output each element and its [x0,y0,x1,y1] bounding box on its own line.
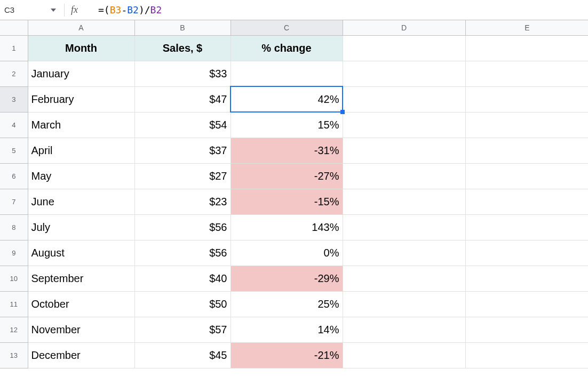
formula-input[interactable]: =(B3-B2)/B2 [85,4,588,15]
cell-b5[interactable]: $37 [134,138,231,163]
col-header-c[interactable]: C [231,20,343,35]
col-header-e[interactable]: E [465,20,588,35]
row-header-4[interactable]: 4 [0,112,28,138]
cell-d3[interactable] [343,86,465,112]
cell-a3[interactable]: February [28,86,134,112]
row-header-7[interactable]: 7 [0,189,28,214]
cell-c12[interactable]: 14% [231,317,343,342]
formula-token-ref-b2b: B2 [150,4,162,15]
cell-d2[interactable] [343,61,465,86]
row-1: 1 Month Sales, $ % change [0,35,588,61]
cell-d1[interactable] [343,35,465,61]
select-all-corner[interactable] [0,20,28,35]
fx-label[interactable]: fx [69,4,85,15]
cell-c10[interactable]: -29% [231,266,343,291]
row-header-10[interactable]: 10 [0,266,28,291]
cell-b9[interactable]: $56 [134,240,231,266]
row-8: 8 July $56 143% [0,214,588,240]
cell-d13[interactable] [343,342,465,368]
cell-c7[interactable]: -15% [231,189,343,214]
cell-e5[interactable] [465,138,588,163]
cell-c3[interactable]: 42% [231,86,343,112]
cell-c9[interactable]: 0% [231,240,343,266]
formula-token-eq: = [98,4,104,15]
cell-d8[interactable] [343,214,465,240]
row-header-9[interactable]: 9 [0,240,28,266]
row-header-11[interactable]: 11 [0,291,28,317]
name-box-value: C3 [4,5,14,14]
fill-handle[interactable] [340,110,345,114]
cell-a9[interactable]: August [28,240,134,266]
cell-a8[interactable]: July [28,214,134,240]
cell-e3[interactable] [465,86,588,112]
cell-a13[interactable]: December [28,342,134,368]
cell-a10[interactable]: September [28,266,134,291]
cell-e7[interactable] [465,189,588,214]
cell-e13[interactable] [465,342,588,368]
cell-d10[interactable] [343,266,465,291]
cell-e8[interactable] [465,214,588,240]
row-header-1[interactable]: 1 [0,35,28,61]
formula-token-close: ) [139,4,145,15]
cell-b7[interactable]: $23 [134,189,231,214]
cell-d5[interactable] [343,138,465,163]
cell-b1[interactable]: Sales, $ [134,35,231,61]
row-header-6[interactable]: 6 [0,163,28,189]
cell-b12[interactable]: $57 [134,317,231,342]
cell-c6[interactable]: -27% [231,163,343,189]
cell-a12[interactable]: November [28,317,134,342]
cell-e12[interactable] [465,317,588,342]
cell-b4[interactable]: $54 [134,112,231,138]
row-header-2[interactable]: 2 [0,61,28,86]
spreadsheet-grid[interactable]: A B C D E 1 Month Sales, $ % change 2 Ja… [0,20,588,368]
cell-b11[interactable]: $50 [134,291,231,317]
cell-e10[interactable] [465,266,588,291]
cell-b8[interactable]: $56 [134,214,231,240]
cell-b10[interactable]: $40 [134,266,231,291]
row-9: 9 August $56 0% [0,240,588,266]
cell-e9[interactable] [465,240,588,266]
cell-a11[interactable]: October [28,291,134,317]
cell-e2[interactable] [465,61,588,86]
cell-a1[interactable]: Month [28,35,134,61]
col-header-b[interactable]: B [134,20,231,35]
col-header-a[interactable]: A [28,20,134,35]
cell-c11[interactable]: 25% [231,291,343,317]
cell-c2[interactable] [231,61,343,86]
row-header-5[interactable]: 5 [0,138,28,163]
column-header-row: A B C D E [0,20,588,35]
cell-b2[interactable]: $33 [134,61,231,86]
cell-c8[interactable]: 143% [231,214,343,240]
cell-a5[interactable]: April [28,138,134,163]
cell-e6[interactable] [465,163,588,189]
cell-c5[interactable]: -31% [231,138,343,163]
row-header-13[interactable]: 13 [0,342,28,368]
row-header-3[interactable]: 3 [0,86,28,112]
row-11: 11 October $50 25% [0,291,588,317]
cell-b3[interactable]: $47 [134,86,231,112]
row-7: 7 June $23 -15% [0,189,588,214]
row-header-12[interactable]: 12 [0,317,28,342]
col-header-d[interactable]: D [343,20,465,35]
name-box-dropdown[interactable] [47,9,60,12]
cell-a4[interactable]: March [28,112,134,138]
cell-a6[interactable]: May [28,163,134,189]
cell-e11[interactable] [465,291,588,317]
cell-d9[interactable] [343,240,465,266]
cell-b6[interactable]: $27 [134,163,231,189]
cell-c1[interactable]: % change [231,35,343,61]
row-header-8[interactable]: 8 [0,214,28,240]
cell-a7[interactable]: June [28,189,134,214]
cell-c13[interactable]: -21% [231,342,343,368]
cell-a2[interactable]: January [28,61,134,86]
cell-e1[interactable] [465,35,588,61]
cell-d11[interactable] [343,291,465,317]
cell-e4[interactable] [465,112,588,138]
cell-d6[interactable] [343,163,465,189]
cell-c4[interactable]: 15% [231,112,343,138]
cell-d12[interactable] [343,317,465,342]
cell-b13[interactable]: $45 [134,342,231,368]
cell-d4[interactable] [343,112,465,138]
name-box[interactable]: C3 [0,5,47,14]
cell-d7[interactable] [343,189,465,214]
